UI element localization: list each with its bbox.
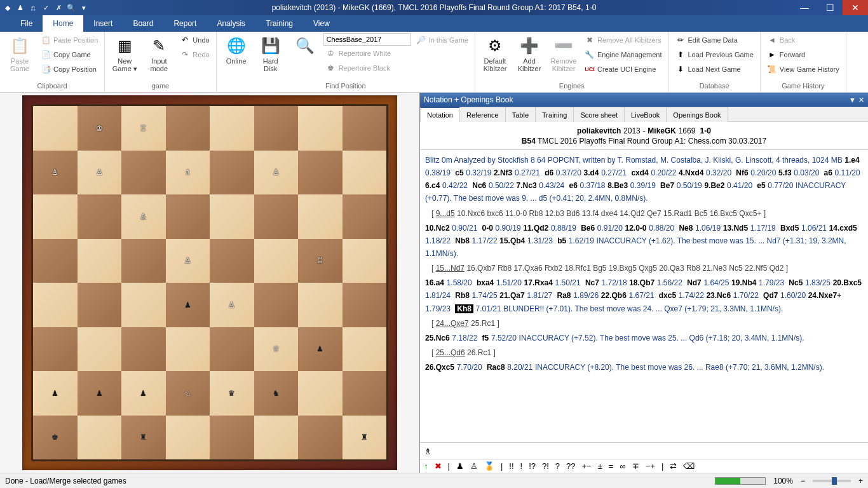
square-3-1[interactable]: [78, 239, 122, 283]
tb-plusminus[interactable]: +−: [582, 461, 592, 471]
square-4-1[interactable]: [78, 283, 122, 327]
piece-bQ[interactable]: ♛: [228, 390, 235, 397]
back-button[interactable]: ◄Back: [764, 33, 842, 47]
repertoire-black-button[interactable]: ♚Repertoire Black: [323, 61, 411, 75]
copy-game-button[interactable]: 📄Copy Game: [38, 48, 100, 62]
new-game-button[interactable]: ▦New Game ▾: [109, 33, 140, 75]
square-7-6[interactable]: [298, 416, 342, 460]
square-6-3[interactable]: ♘: [166, 371, 210, 416]
square-0-0[interactable]: [33, 106, 78, 151]
square-1-6[interactable]: [298, 151, 342, 195]
tab-notation[interactable]: Notation: [420, 107, 460, 122]
zoom-minus[interactable]: −: [801, 477, 805, 485]
tb-dubious[interactable]: ?!: [542, 461, 549, 471]
tb-equal[interactable]: =: [609, 461, 614, 471]
piece-wP[interactable]: ♙: [228, 301, 235, 309]
square-3-7[interactable]: [342, 239, 387, 283]
maximize-button[interactable]: ☐: [817, 0, 843, 15]
engine-management-button[interactable]: 🔧Engine Management: [582, 48, 665, 62]
square-5-4[interactable]: [210, 327, 254, 372]
square-7-7[interactable]: ♜: [342, 416, 387, 460]
menu-training[interactable]: Training: [255, 15, 303, 32]
square-4-7[interactable]: [342, 283, 387, 327]
minimize-button[interactable]: —: [792, 0, 817, 15]
square-1-4[interactable]: [210, 151, 254, 195]
piece-bR[interactable]: ♜: [140, 433, 147, 441]
square-6-1[interactable]: ♟: [78, 371, 122, 416]
tb-minusplus[interactable]: −+: [646, 461, 655, 471]
qa-icon-3[interactable]: ✓: [41, 3, 51, 13]
load-next-button[interactable]: ⬇Load Next Game: [673, 62, 756, 76]
piece-bP[interactable]: ♟: [140, 390, 147, 397]
menu-view[interactable]: View: [303, 15, 340, 32]
database-selector[interactable]: [323, 33, 411, 46]
tb-excellent[interactable]: !!: [509, 461, 513, 471]
square-3-3[interactable]: ♙: [166, 239, 210, 283]
piece-wQ[interactable]: ♕: [273, 345, 280, 353]
tab-livebook[interactable]: LiveBook: [624, 107, 667, 122]
square-7-0[interactable]: ♚: [33, 416, 78, 460]
square-5-7[interactable]: [342, 327, 387, 372]
square-7-5[interactable]: [254, 416, 299, 460]
tb-pawn-black-icon[interactable]: ♟: [456, 461, 464, 471]
square-2-2[interactable]: ♙: [121, 194, 166, 239]
tab-score-sheet[interactable]: Score sheet: [573, 107, 625, 122]
square-2-7[interactable]: [342, 194, 387, 239]
piece-wR[interactable]: ♖: [316, 257, 323, 264]
square-4-3[interactable]: ♟: [166, 283, 210, 327]
tb-interesting[interactable]: !?: [529, 461, 536, 471]
qa-icon-1[interactable]: ♟: [15, 3, 25, 13]
chess-board[interactable]: ♔♖♙♙♗♙♙♙♖♟♙♕♟♟♟♟♘♛♞♚♜♜: [31, 104, 388, 461]
menu-file[interactable]: File: [10, 15, 43, 32]
piece-wP[interactable]: ♙: [140, 213, 147, 220]
piece-wB[interactable]: ♗: [184, 168, 191, 176]
notation-content[interactable]: Blitz 0m Analyzed by Stockfish 8 64 POPC…: [420, 150, 868, 442]
square-1-7[interactable]: [342, 151, 387, 195]
undo-button[interactable]: ↶Undo: [177, 33, 212, 47]
square-2-4[interactable]: [210, 194, 254, 239]
tb-plusequals[interactable]: ±: [598, 461, 602, 471]
square-7-1[interactable]: [78, 416, 122, 460]
square-2-0[interactable]: [33, 194, 78, 239]
input-mode-button[interactable]: ✎Input mode: [143, 33, 175, 75]
piece-bK[interactable]: ♚: [51, 433, 58, 441]
zoom-slider[interactable]: [813, 480, 851, 482]
tb-blunder[interactable]: ??: [566, 461, 575, 471]
square-4-6[interactable]: [298, 283, 342, 327]
tb-cross-icon[interactable]: ✖: [435, 461, 442, 471]
piece-bP[interactable]: ♟: [96, 390, 103, 397]
square-6-5[interactable]: ♞: [254, 371, 299, 416]
menu-home[interactable]: Home: [43, 15, 83, 32]
square-6-0[interactable]: ♟: [33, 371, 78, 416]
square-6-6[interactable]: [298, 371, 342, 416]
square-1-0[interactable]: ♙: [33, 151, 78, 195]
harddisk-button[interactable]: 💾Hard Disk: [255, 33, 287, 75]
square-0-2[interactable]: ♖: [121, 106, 166, 151]
repertoire-white-button[interactable]: ♔Repertoire White: [323, 46, 411, 60]
load-previous-button[interactable]: ⬆Load Previous Game: [673, 48, 756, 62]
square-4-5[interactable]: [254, 283, 299, 327]
square-5-3[interactable]: [166, 327, 210, 372]
square-6-4[interactable]: ♛: [210, 371, 254, 416]
square-2-6[interactable]: [298, 194, 342, 239]
tb-medal-icon[interactable]: 🏅: [484, 461, 494, 471]
view-history-button[interactable]: 📜View Game History: [764, 62, 842, 76]
remove-kibitzer-button[interactable]: ➖Remove Kibitzer: [548, 33, 580, 75]
tab-openings-book[interactable]: Openings Book: [666, 107, 728, 122]
tab-training[interactable]: Training: [535, 107, 574, 122]
redo-button[interactable]: ↷Redo: [177, 48, 212, 62]
square-4-0[interactable]: [33, 283, 78, 327]
square-1-5[interactable]: ♙: [254, 151, 299, 195]
square-5-1[interactable]: [78, 327, 122, 372]
edit-game-data-button[interactable]: ✏Edit Game Data: [673, 33, 756, 47]
search-icon-button[interactable]: 🔍: [289, 33, 321, 58]
qa-icon-4[interactable]: ✗: [53, 3, 64, 13]
square-2-1[interactable]: [78, 194, 122, 239]
piece-bP[interactable]: ♟: [51, 390, 58, 397]
square-5-2[interactable]: [121, 327, 166, 372]
square-3-4[interactable]: [210, 239, 254, 283]
square-0-4[interactable]: [210, 106, 254, 151]
square-6-2[interactable]: ♟: [121, 371, 166, 416]
square-6-7[interactable]: [342, 371, 387, 416]
square-0-7[interactable]: [342, 106, 387, 151]
